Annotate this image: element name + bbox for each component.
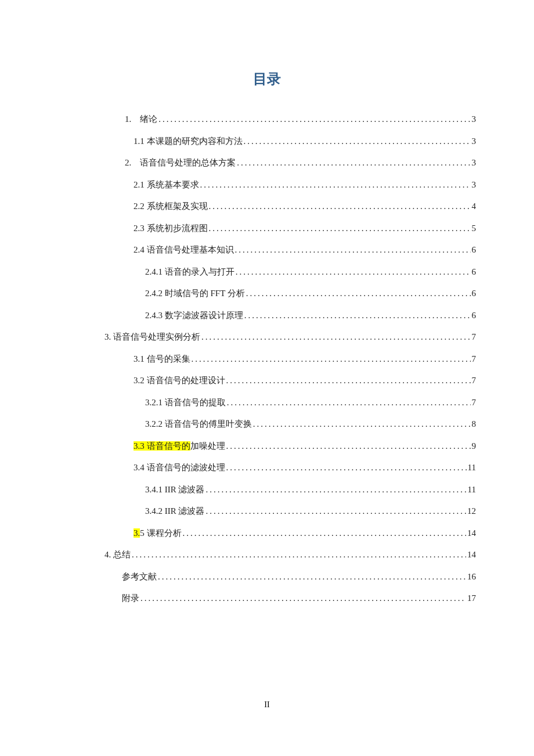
toc-entry: 3.1 信号的采集7 [104,348,476,370]
toc-entry-page: 7 [472,348,477,370]
toc-leader-dots [244,131,471,153]
toc-entry-page: 6 [472,239,477,261]
page-number-footer: II [0,700,534,710]
toc-entry-label: 2.4.1 语音的录入与打开 [145,261,234,283]
toc-entry-page: 3 [472,131,477,153]
toc-entry-label: 附录 [122,588,139,610]
toc-entry-page: 3 [472,109,477,131]
toc-entry: 3.2.2 语音信号的傅里叶变换8 [104,413,476,435]
toc-entry-page: 7 [472,392,477,414]
toc-entry: 2.4.2 时域信号的 FFT 分析6 [104,283,476,305]
toc-entry-page: 17 [467,588,476,610]
toc-entry-label: 3.2.1 语音信号的提取 [145,392,226,414]
toc-entry-page: 9 [472,435,477,458]
toc-entry: 3.2.1 语音信号的提取7 [104,392,476,414]
toc-entry: 3.4 语音信号的滤波处理11 [104,457,476,479]
toc-entry-label: 3.3 语音信号的加噪处理 [134,435,225,458]
table-of-contents: 1. 绪论31.1 本课题的研究内容和方法32. 语音信号处理的总体方案32.1… [104,109,476,610]
toc-entry-label-highlight: 3.3 语音信号的 [134,441,190,451]
toc-leader-dots [140,588,466,610]
toc-leader-dots [206,479,467,501]
toc-entry-page: 6 [472,261,477,283]
toc-leader-dots [227,392,471,414]
toc-leader-dots [226,457,467,479]
toc-entry-label: 3. 语音信号处理实例分析 [104,326,200,348]
toc-leader-dots [158,109,470,131]
toc-leader-dots [206,501,467,523]
toc-entry-page: 16 [467,566,476,588]
toc-entry-label: 2.1 系统基本要求 [134,174,199,196]
toc-entry-page: 3 [472,174,477,196]
toc-entry-label-tail: 加噪处理 [190,441,225,451]
toc-leader-dots [253,413,471,435]
toc-entry-label: 参考文献 [122,566,157,588]
toc-leader-dots [158,566,466,588]
toc-entry: 2.1 系统基本要求3 [104,174,476,196]
toc-entry: 3. 语音信号处理实例分析7 [104,326,476,348]
toc-entry-page: 11 [468,479,476,501]
toc-entry: 1. 绪论3 [104,109,476,131]
toc-entry: 3.5 课程分析14 [104,523,476,545]
toc-leader-dots [200,174,471,196]
toc-entry-page: 14 [467,523,476,545]
toc-entry-page: 3 [472,152,477,174]
toc-entry-label: 2.3 系统初步流程图 [134,218,208,240]
toc-entry: 参考文献16 [104,566,476,588]
toc-entry: 2.4 语音信号处理基本知识6 [104,239,476,261]
toc-leader-dots [226,435,471,458]
toc-entry-label: 3.5 课程分析 [134,523,182,545]
toc-leader-dots [246,283,471,305]
toc-entry-page: 5 [472,218,477,240]
toc-entry-page: 12 [467,501,476,523]
toc-entry: 3.3 语音信号的加噪处理9 [104,435,476,458]
toc-leader-dots [132,544,466,566]
toc-entry-page: 6 [472,283,477,305]
toc-entry-page: 4 [472,196,477,218]
toc-entry-page: 6 [472,305,477,327]
toc-entry-label: 2.4.3 数字滤波器设计原理 [145,305,243,327]
toc-entry: 3.2 语音信号的处理设计7 [104,370,476,392]
toc-entry-page: 11 [468,457,476,479]
toc-leader-dots [236,261,471,283]
toc-entry: 2.2 系统框架及实现4 [104,196,476,218]
toc-entry-label: 3.2.2 语音信号的傅里叶变换 [145,413,252,435]
toc-entry: 2. 语音信号处理的总体方案3 [104,152,476,174]
toc-entry-label: 1. 绪论 [125,109,157,131]
page-title: 目录 [58,70,476,88]
toc-entry-label: 1.1 本课题的研究内容和方法 [134,131,243,153]
toc-entry-page: 14 [467,544,476,566]
toc-entry-label: 3.1 信号的采集 [134,348,190,370]
toc-entry-label: 3.4.2 IIR 滤波器 [145,501,205,523]
toc-leader-dots [209,218,471,240]
toc-leader-dots [183,523,467,545]
toc-leader-dots [192,348,471,370]
toc-entry: 附录17 [104,588,476,610]
toc-entry-label: 4. 总结 [104,544,131,566]
toc-entry-label: 3.4 语音信号的滤波处理 [134,457,225,479]
toc-leader-dots [235,239,471,261]
toc-entry: 1.1 本课题的研究内容和方法3 [104,131,476,153]
toc-leader-dots [244,305,471,327]
toc-entry: 2.4.3 数字滤波器设计原理6 [104,305,476,327]
toc-entry: 3.4.1 IIR 滤波器11 [104,479,476,501]
toc-entry-label-tail: 5 课程分析 [140,528,181,538]
toc-entry-label: 2. 语音信号处理的总体方案 [125,152,236,174]
toc-entry: 4. 总结14 [104,544,476,566]
toc-entry-label: 3.2 语音信号的处理设计 [134,370,225,392]
toc-entry-label: 2.4.2 时域信号的 FFT 分析 [145,283,245,305]
toc-entry-label-highlight: 3. [134,528,140,538]
toc-entry-page: 7 [472,326,477,348]
toc-entry-page: 7 [472,370,477,392]
toc-entry-page: 8 [472,413,477,435]
toc-entry: 3.4.2 IIR 滤波器12 [104,501,476,523]
toc-entry-label: 3.4.1 IIR 滤波器 [145,479,205,501]
toc-leader-dots [237,152,470,174]
toc-entry: 2.3 系统初步流程图5 [104,218,476,240]
toc-leader-dots [209,196,471,218]
toc-entry: 2.4.1 语音的录入与打开6 [104,261,476,283]
toc-leader-dots [226,370,471,392]
toc-entry-label: 2.4 语音信号处理基本知识 [134,239,234,261]
toc-leader-dots [201,326,471,348]
toc-entry-label: 2.2 系统框架及实现 [134,196,208,218]
